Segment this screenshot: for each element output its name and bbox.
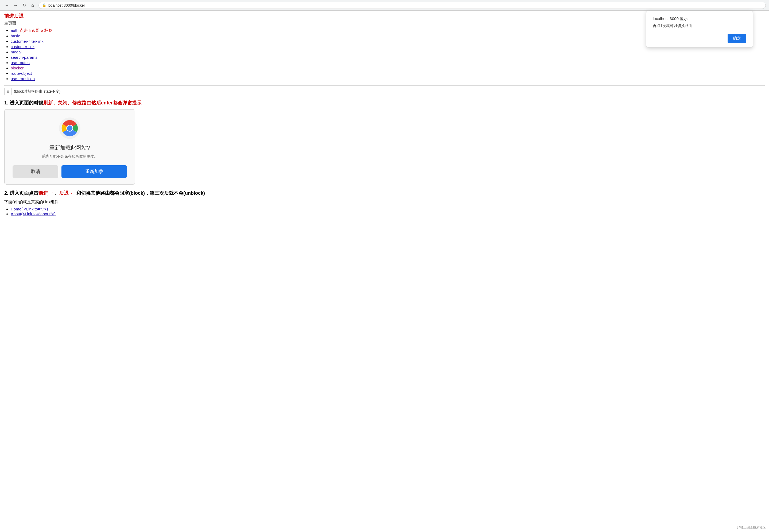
- reload-dialog: 重新加载此网站? 系统可能不会保存您所做的更改。 取消 重新加载: [4, 109, 135, 185]
- reload-dialog-title: 重新加载此网站?: [49, 144, 90, 151]
- nav-link-use-routes[interactable]: use-routes: [11, 60, 30, 65]
- reload-dialog-buttons: 取消 重新加载: [13, 165, 127, 178]
- nav-link-basic[interactable]: basic: [11, 34, 20, 38]
- list-item: route-object: [11, 71, 765, 76]
- links-list: Home( <Link to=".">) About(<Link to="abo…: [4, 207, 765, 216]
- list-item: use-transition: [11, 76, 765, 81]
- chrome-logo: [59, 118, 80, 139]
- list-item: modal: [11, 50, 765, 54]
- section2-middle: 、: [54, 190, 59, 196]
- about-link[interactable]: About(<Link to="about">): [11, 212, 56, 216]
- nav-link-modal[interactable]: modal: [11, 50, 22, 54]
- toast-title: localhost:3000 显示: [653, 16, 746, 21]
- list-item: search-params: [11, 55, 765, 60]
- nav-link-route-object[interactable]: route-object: [11, 71, 32, 76]
- address-bar[interactable]: 🔒 localhost:3000/blocker: [38, 2, 766, 9]
- section1-prefix: 1. 进入页面的时候: [4, 100, 43, 105]
- section2-suffix: 和切换其他路由都会阻塞(block)，第三次后就不会(unblock): [75, 190, 205, 196]
- list-item: Home( <Link to=".">): [11, 207, 765, 212]
- counter-section: 0 (block时切换路由 state不变): [4, 85, 765, 95]
- nav-link-auth-annotation: 点击 link 即 a 标签: [20, 28, 53, 33]
- cancel-button[interactable]: 取消: [13, 165, 58, 178]
- nav-link-use-transition[interactable]: use-transition: [11, 76, 35, 81]
- section3-desc: 下面()中的就是真实的Link组件: [4, 199, 765, 205]
- counter-value: 0: [4, 88, 12, 95]
- section2-highlight1: 前进 →: [38, 190, 54, 196]
- nav-link-search-params[interactable]: search-params: [11, 55, 37, 60]
- section1-highlight: 刷新、关闭、修改路由然后enter都会弹窗提示: [43, 100, 142, 105]
- nav-link-auth[interactable]: auth: [11, 28, 18, 33]
- section2-title: 2. 进入页面点击前进 →、后退 ← 和切换其他路由都会阻塞(block)，第三…: [4, 190, 765, 196]
- counter-description: (block时切换路由 state不变): [14, 89, 60, 94]
- reload-dialog-subtitle: 系统可能不会保存您所做的更改。: [42, 154, 98, 159]
- url-text: localhost:3000/blocker: [48, 3, 85, 7]
- forward-button[interactable]: →: [12, 2, 19, 9]
- section1-title: 1. 进入页面的时候刷新、关闭、修改路由然后enter都会弹窗提示: [4, 100, 765, 106]
- section2-highlight2: 后退 ←: [59, 190, 75, 196]
- list-item: blocker: [11, 66, 765, 71]
- home-link[interactable]: Home( <Link to=".">): [11, 207, 48, 211]
- list-item: use-routes: [11, 60, 765, 65]
- page-content: localhost:3000 显示 再点1次就可以切换路由 确定 前进后退 主页…: [0, 11, 769, 218]
- toast-button-row: 确定: [653, 34, 746, 43]
- svg-point-3: [67, 126, 73, 131]
- nav-link-blocker[interactable]: blocker: [11, 66, 24, 70]
- back-button[interactable]: ←: [3, 2, 11, 9]
- nav-link-customer-filter[interactable]: customer-filter-link: [11, 39, 44, 44]
- toast-message: 再点1次就可以切换路由: [653, 24, 746, 28]
- toast-popup: localhost:3000 显示 再点1次就可以切换路由 确定: [646, 11, 753, 48]
- browser-navigation: ← → ↻ ⌂: [3, 2, 36, 9]
- browser-bar: ← → ↻ ⌂ 🔒 localhost:3000/blocker: [0, 0, 769, 11]
- list-item: About(<Link to="about">): [11, 212, 765, 216]
- section2-prefix: 2. 进入页面点击: [4, 190, 38, 196]
- reload-button[interactable]: ↻: [20, 2, 28, 9]
- reload-button-dialog[interactable]: 重新加载: [61, 165, 127, 178]
- home-button[interactable]: ⌂: [29, 2, 36, 9]
- lock-icon: 🔒: [42, 3, 46, 7]
- nav-link-customer[interactable]: customer-link: [11, 44, 34, 49]
- toast-confirm-button[interactable]: 确定: [728, 34, 746, 43]
